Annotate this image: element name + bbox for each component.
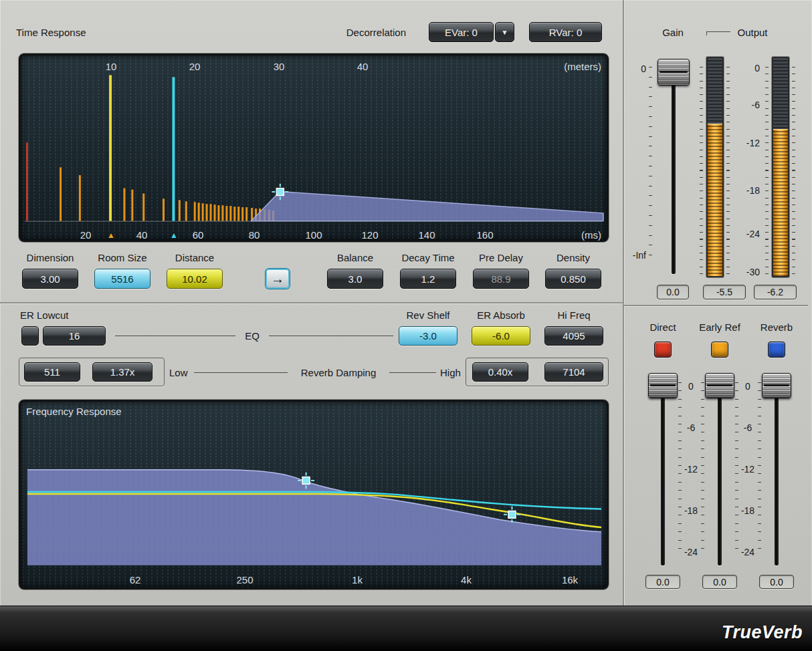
- er-lowcut-toggle-button[interactable]: [21, 326, 39, 346]
- early-reflection-bar: [217, 205, 219, 221]
- direct-fader-track[interactable]: [661, 373, 665, 565]
- evar-dropdown-button[interactable]: ▼: [495, 22, 514, 42]
- balance-value-button[interactable]: 3.0: [327, 269, 383, 289]
- direct-value-box[interactable]: 0.0: [645, 575, 680, 589]
- evar-button[interactable]: EVar: 0: [429, 22, 494, 42]
- gain-scale-top: 0: [631, 63, 646, 74]
- hi-freq-value-button[interactable]: 4095: [544, 326, 603, 346]
- decorrelation-label: Decorrelation: [331, 27, 406, 38]
- gain-fader-track[interactable]: [672, 59, 676, 274]
- direct-channel-label: Direct: [643, 321, 683, 333]
- distance-label: Distance: [159, 252, 231, 263]
- mixer-scale-label: -18: [738, 505, 758, 516]
- early-ref-mute-button[interactable]: [711, 342, 728, 358]
- bottom-bar: TrueVerb: [0, 606, 812, 651]
- distance-marker-line[interactable]: [109, 75, 112, 221]
- early-reflection-bar: [131, 190, 133, 221]
- direct-mute-button[interactable]: [654, 342, 672, 358]
- early-reflection-bar: [210, 204, 212, 221]
- gain-label: Gain: [653, 27, 693, 38]
- mixer-scale-label: 0: [738, 381, 758, 392]
- output-label: Output: [733, 27, 772, 38]
- distance-value: 10.02: [182, 273, 207, 285]
- dimension-value-button[interactable]: 3.00: [22, 269, 78, 289]
- damping-low-freq-value: 511: [44, 366, 60, 378]
- freq-tick: 250: [225, 574, 265, 585]
- roomsize-marker-line[interactable]: [172, 77, 175, 221]
- chevron-down-icon: ▼: [502, 29, 508, 36]
- early-ref-fader-track[interactable]: [718, 373, 722, 565]
- reverb-value-box[interactable]: 0.0: [759, 575, 794, 589]
- meter-scale-label: -30: [732, 267, 760, 277]
- frequency-response-graph: Frequency Response 62 250 1k 4k 16k: [19, 400, 609, 590]
- roomsize-marker-triangle[interactable]: ▲: [169, 231, 179, 240]
- pre-delay-value-button[interactable]: 88.9: [473, 269, 529, 289]
- rev-shelf-label: Rev Shelf: [392, 309, 464, 321]
- reverb-fader-track[interactable]: [775, 373, 779, 565]
- pre-delay-label: Pre Delay: [465, 252, 537, 263]
- meter-left-value-box[interactable]: -5.5: [703, 285, 746, 299]
- meter-ticks: [792, 67, 795, 274]
- ms-tick: 40: [128, 229, 155, 241]
- output-meter-right: [772, 57, 789, 277]
- hi-freq-value: 4095: [563, 330, 585, 342]
- rvar-button[interactable]: RVar: 0: [529, 22, 602, 42]
- copy-to-reverb-button[interactable]: →: [266, 269, 290, 289]
- er-absorb-value-button[interactable]: -6.0: [472, 326, 530, 346]
- damping-low-ratio-button[interactable]: 1.37x: [92, 362, 153, 382]
- direct-sound-marker: [26, 142, 28, 221]
- ms-tick: 80: [241, 229, 268, 241]
- mixer-scale-label: -6: [738, 422, 758, 433]
- density-value-button[interactable]: 0.850: [545, 269, 601, 289]
- dimension-label: Dimension: [14, 252, 86, 263]
- pre-delay-value: 88.9: [491, 273, 510, 285]
- meter-right-value-box[interactable]: -6.2: [754, 285, 797, 299]
- evar-value: EVar: 0: [445, 27, 478, 38]
- early-reflection-bar: [221, 205, 223, 221]
- ms-tick: 140: [413, 229, 440, 241]
- er-lowcut-value-button[interactable]: 16: [43, 326, 106, 346]
- output-bracket-tick: [706, 31, 707, 35]
- dimension-value: 3.00: [40, 273, 60, 285]
- meter-lit-region: [773, 129, 788, 276]
- early-ref-value-box[interactable]: 0.0: [702, 575, 737, 589]
- gain-fader-ticks: [649, 67, 652, 262]
- early-reflection-bar: [194, 202, 196, 221]
- rev-shelf-value-button[interactable]: -3.0: [399, 326, 458, 346]
- mixer-scale-label: -12: [681, 464, 701, 475]
- damping-high-label: High: [440, 367, 461, 378]
- damping-high-ratio-button[interactable]: 0.40x: [472, 362, 528, 382]
- meter-ticks: [700, 67, 703, 274]
- time-response-graph: 10 20 30 40 (meters) 20 40 60 80 100 120…: [19, 53, 609, 242]
- ms-axis-unit: (ms): [470, 229, 601, 241]
- damping-low-freq-button[interactable]: 511: [24, 362, 80, 382]
- distance-marker-triangle[interactable]: ▲: [106, 231, 116, 240]
- early-ref-fader-handle[interactable]: [705, 373, 734, 398]
- balance-label: Balance: [319, 252, 391, 263]
- gain-value-box[interactable]: 0.0: [657, 285, 689, 299]
- decay-time-value-button[interactable]: 1.2: [400, 269, 456, 289]
- mixer-ticks: [758, 382, 761, 552]
- meters-axis-unit: (meters): [470, 61, 601, 72]
- meters-tick: 10: [98, 61, 124, 72]
- decay-time-label: Decay Time: [392, 252, 464, 263]
- gain-fader-handle[interactable]: [657, 59, 690, 86]
- meters-tick: 30: [266, 61, 292, 72]
- hi-freq-label: Hi Freq: [538, 309, 610, 321]
- room-size-label: Room Size: [86, 252, 159, 263]
- reverb-mute-button[interactable]: [768, 342, 785, 358]
- right-arrow-icon: →: [271, 271, 284, 287]
- early-reflection-bar: [245, 207, 247, 221]
- damping-high-ratio-value: 0.40x: [488, 366, 513, 378]
- time-response-title: Time Response: [16, 27, 86, 38]
- early-ref-value: 0.0: [713, 577, 726, 588]
- damping-high-freq-button[interactable]: 7104: [544, 362, 603, 382]
- er-lowcut-value: 16: [69, 330, 80, 342]
- early-reflection-bar: [123, 188, 125, 221]
- meter-left-value: -5.5: [716, 287, 732, 297]
- reverb-fader-handle[interactable]: [762, 373, 791, 398]
- direct-value: 0.0: [656, 577, 669, 588]
- direct-fader-handle[interactable]: [648, 373, 678, 398]
- room-size-value-button[interactable]: 5516: [94, 269, 150, 289]
- distance-value-button[interactable]: 10.02: [167, 269, 223, 289]
